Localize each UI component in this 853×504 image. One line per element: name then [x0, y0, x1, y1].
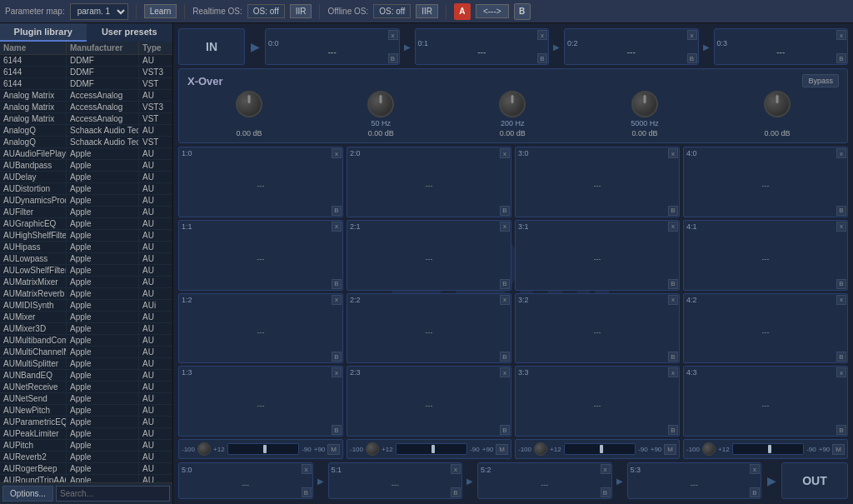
realtime-iir-btn[interactable]: IIR [290, 4, 312, 18]
list-item[interactable]: AUNetSendAppleAU [0, 393, 172, 405]
knob-4[interactable] [764, 91, 791, 117]
realtime-os-btn[interactable]: OS: off [247, 4, 285, 18]
cell-b-btn[interactable]: B [332, 279, 342, 289]
list-item[interactable]: AUReverb2AppleAU [0, 452, 172, 463]
list-item[interactable]: AUMixer3DAppleAU [0, 323, 172, 335]
cell-b-btn[interactable]: B [500, 425, 510, 435]
ch52-x-btn[interactable]: x [601, 464, 611, 474]
list-item[interactable]: AUMIDISynthAppleAUi [0, 300, 172, 312]
fader-track-1[interactable] [396, 443, 468, 455]
list-item[interactable]: AUDelayAppleAU [0, 172, 172, 183]
fader-track-3[interactable] [732, 443, 805, 455]
knob-0[interactable] [236, 91, 262, 117]
cell-b-btn[interactable]: B [500, 352, 510, 362]
m-btn-0[interactable]: M [327, 444, 340, 455]
list-item[interactable]: AnalogQSchaack Audio Tech...VST [0, 137, 172, 148]
cell-x-btn[interactable]: x [668, 222, 678, 232]
ch03-x-btn[interactable]: x [836, 30, 846, 40]
a-button[interactable]: A [454, 3, 471, 20]
offline-iir-btn[interactable]: IIR [416, 4, 438, 18]
list-item[interactable]: 6144DDMFAU [0, 55, 172, 67]
cell-b-btn[interactable]: B [836, 352, 846, 362]
list-item[interactable]: AUNewPitchAppleAU [0, 405, 172, 417]
cell-x-btn[interactable]: x [668, 148, 678, 158]
m-btn-1[interactable]: M [496, 444, 508, 455]
cell-b-btn[interactable]: B [668, 279, 678, 289]
list-item[interactable]: AULowShelfFilterAppleAU [0, 265, 172, 277]
list-item[interactable]: Analog MatrixAccessAnalogAU [0, 90, 172, 102]
ch01-b-btn[interactable]: B [537, 53, 547, 63]
ch53-b-btn[interactable]: B [750, 487, 760, 497]
list-item[interactable]: 6144DDMFVST [0, 78, 172, 90]
m-btn-3[interactable]: M [832, 444, 845, 455]
list-item[interactable]: AUMatrixReverbAppleAU [0, 288, 172, 300]
cell-b-btn[interactable]: B [836, 206, 846, 216]
cell-b-btn[interactable]: B [332, 425, 342, 435]
offline-os-btn[interactable]: OS: off [373, 4, 411, 18]
cell-x-btn[interactable]: x [836, 222, 846, 232]
ch52-b-btn[interactable]: B [601, 487, 611, 497]
cell-x-btn[interactable]: x [500, 295, 510, 305]
list-item[interactable]: AUMatrixMixerAppleAU [0, 277, 172, 288]
list-item[interactable]: AUMixerAppleAU [0, 312, 172, 323]
list-item[interactable]: AUFilterAppleAU [0, 207, 172, 218]
list-item[interactable]: AUGraphicEQAppleAU [0, 218, 172, 230]
list-item[interactable]: AUHighShelfFilterAppleAU [0, 230, 172, 242]
cell-b-btn[interactable]: B [668, 425, 678, 435]
list-item[interactable]: AUDistortionAppleAU [0, 183, 172, 195]
cell-x-btn[interactable]: x [500, 148, 510, 158]
ch02-x-btn[interactable]: x [687, 30, 697, 40]
cell-b-btn[interactable]: B [332, 352, 342, 362]
m-btn-2[interactable]: M [664, 444, 676, 455]
mixer-knob-3[interactable] [702, 442, 716, 456]
cell-b-btn[interactable]: B [500, 206, 510, 216]
ch50-x-btn[interactable]: x [302, 464, 312, 474]
ch03-b-btn[interactable]: B [836, 53, 846, 63]
param-map-select[interactable]: param. 1 [70, 3, 128, 20]
cell-b-btn[interactable]: B [836, 279, 846, 289]
options-button[interactable]: Options... [2, 486, 53, 502]
list-item[interactable]: 6144DDMFVST3 [0, 67, 172, 78]
b-button[interactable]: B [514, 3, 531, 20]
ch51-x-btn[interactable]: x [451, 464, 461, 474]
ch00-b-btn[interactable]: B [388, 53, 398, 63]
list-item[interactable]: AUNBandEQAppleAU [0, 370, 172, 382]
cell-b-btn[interactable]: B [332, 206, 342, 216]
tab-user-presets[interactable]: User presets [87, 23, 173, 42]
cell-x-btn[interactable]: x [836, 295, 846, 305]
cell-b-btn[interactable]: B [836, 425, 846, 435]
cell-x-btn[interactable]: x [332, 222, 342, 232]
cell-x-btn[interactable]: x [332, 295, 342, 305]
cell-b-btn[interactable]: B [500, 279, 510, 289]
ch53-x-btn[interactable]: x [750, 464, 760, 474]
cell-x-btn[interactable]: x [668, 367, 678, 377]
knob-2[interactable] [499, 91, 526, 117]
cell-x-btn[interactable]: x [500, 367, 510, 377]
ch50-b-btn[interactable]: B [302, 487, 312, 497]
cell-x-btn[interactable]: x [668, 295, 678, 305]
bypass-button[interactable]: Bypass [802, 74, 839, 87]
ch51-b-btn[interactable]: B [451, 487, 461, 497]
list-item[interactable]: AUDynamicsProcessorAppleAU [0, 195, 172, 207]
list-item[interactable]: AUPeakLimiterAppleAU [0, 428, 172, 440]
list-item[interactable]: Analog MatrixAccessAnalogVST3 [0, 102, 172, 113]
fader-track-2[interactable] [564, 443, 636, 455]
mixer-knob-0[interactable] [197, 442, 211, 456]
cell-x-btn[interactable]: x [836, 367, 846, 377]
list-item[interactable]: Analog MatrixAccessAnalogVST [0, 113, 172, 125]
cell-x-btn[interactable]: x [836, 148, 846, 158]
list-item[interactable]: AUMultibandCompre...AppleAU [0, 335, 172, 347]
learn-button[interactable]: Learn [144, 4, 177, 18]
knob-1[interactable] [367, 91, 394, 117]
cell-x-btn[interactable]: x [332, 367, 342, 377]
mixer-knob-2[interactable] [534, 442, 547, 456]
ch01-x-btn[interactable]: x [537, 30, 547, 40]
cell-x-btn[interactable]: x [500, 222, 510, 232]
list-item[interactable]: AUNetReceiveAppleAU [0, 382, 172, 393]
list-item[interactable]: AUParametricEQAppleAU [0, 417, 172, 428]
cell-x-btn[interactable]: x [332, 148, 342, 158]
search-input[interactable] [56, 486, 170, 502]
list-item[interactable]: AURogerBeepAppleAU [0, 463, 172, 475]
ch00-x-btn[interactable]: x [388, 30, 398, 40]
list-item[interactable]: AUPitchAppleAU [0, 440, 172, 452]
